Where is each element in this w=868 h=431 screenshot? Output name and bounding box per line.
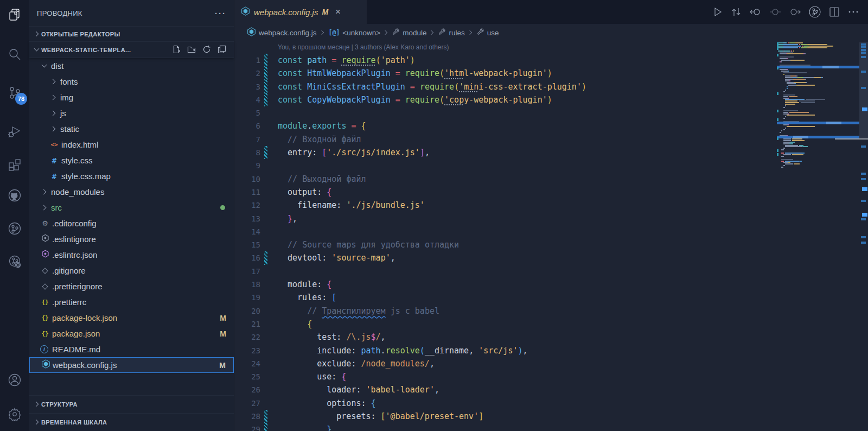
code-line[interactable]: 14	[234, 225, 777, 238]
workspace-section[interactable]: WEBPACK-STATIC-TEMPLA...	[29, 41, 234, 58]
code-line[interactable]: 18module: {	[234, 278, 777, 291]
search-icon[interactable]	[0, 41, 29, 67]
line-number: 26	[234, 383, 260, 396]
new-file-icon[interactable]	[172, 45, 181, 55]
code-line[interactable]: 25use: {	[234, 370, 777, 383]
code-line[interactable]: 15// Source maps для удобства отладки	[234, 238, 777, 251]
code-line[interactable]: 29}	[234, 423, 777, 431]
gutter-modified-indicator	[260, 251, 278, 264]
tree-item--eslintrc-json[interactable]: .eslintrc.json	[29, 247, 234, 263]
timeline-section[interactable]: ВРЕМЕННАЯ ШКАЛА	[29, 413, 234, 431]
change-icon[interactable]	[769, 6, 781, 18]
tree-item-node-modules[interactable]: node_modules	[29, 184, 234, 200]
more-actions-icon[interactable]	[847, 6, 859, 18]
code-line[interactable]: 23include: path.resolve(__dirname, 'src/…	[234, 344, 777, 357]
tree-item--prettierignore[interactable]: .prettierignore	[29, 278, 234, 294]
collapse-all-icon[interactable]	[218, 45, 226, 55]
open-editors-section[interactable]: ОТКРЫТЫЕ РЕДАКТОРЫ	[29, 26, 234, 41]
tree-item-package-json[interactable]: {}package.jsonM	[29, 326, 234, 341]
tab-webpack-config[interactable]: webpack.config.js M ×	[234, 0, 367, 24]
tree-item-style-css[interactable]: #style.css	[29, 153, 234, 168]
tree-item-js[interactable]: js	[29, 105, 234, 121]
code-line[interactable]: 3const MiniCssExtractPlugin = require('m…	[234, 80, 777, 93]
vscode-window: 78 ПРОВОДНИК ··· ОТКРЫТЫЕ РЕДАКТОРЫ WEBP…	[0, 0, 868, 431]
tree-item--eslintignore[interactable]: .eslintignore	[29, 231, 234, 247]
refresh-icon[interactable]	[202, 45, 211, 55]
breadcrumb-item[interactable]: module	[392, 28, 426, 37]
new-folder-icon[interactable]	[187, 45, 196, 55]
tree-item-label: static	[60, 124, 79, 134]
code-line[interactable]: 6module.exports = {	[234, 119, 777, 132]
settings-gear-icon[interactable]	[0, 401, 29, 427]
files-icon[interactable]	[0, 2, 29, 28]
ruler-change-mark	[861, 43, 866, 46]
source-control-icon[interactable]: 78	[0, 80, 29, 106]
code-line[interactable]: 1const path = require('path')	[234, 54, 777, 67]
close-icon[interactable]: ×	[335, 7, 341, 17]
next-change-icon[interactable]	[788, 6, 801, 18]
code-line[interactable]: 16devtool: 'source-map',	[234, 251, 777, 264]
code-line[interactable]: 10// Выходной файл	[234, 173, 777, 186]
tree-item-package-lock-json[interactable]: {}package-lock.jsonM	[29, 310, 234, 326]
tree-item-index-html[interactable]: <>index.html	[29, 137, 234, 153]
code-line[interactable]: 4const CopyWebpackPlugin = require('copy…	[234, 93, 777, 106]
tree-item-static[interactable]: static	[29, 121, 234, 137]
code-line[interactable]: 11output: {	[234, 186, 777, 199]
tree-item-dist[interactable]: dist	[29, 58, 234, 74]
tree-item-src[interactable]: src	[29, 200, 234, 216]
github-icon[interactable]	[0, 182, 29, 208]
ruler-change-mark	[861, 46, 866, 48]
code-line[interactable]: 8entry: ['./src/js/index.js'],	[234, 146, 777, 159]
ignore-file-icon	[42, 268, 48, 274]
code-line[interactable]: 7// Входной файл	[234, 133, 777, 146]
extensions-icon[interactable]	[0, 151, 29, 178]
code-line-text: exclude: /node_modules/,	[278, 357, 777, 370]
breadcrumb-label: <unknown>	[342, 29, 380, 37]
scrollbar-overview-ruler[interactable]	[859, 24, 868, 431]
breadcrumb-item[interactable]: webpack.config.js	[247, 27, 317, 38]
outline-section[interactable]: СТРУКТУРА	[29, 395, 234, 413]
codelens-blame[interactable]: You, в прошлом месяце | 3 authors (Alex …	[234, 41, 777, 54]
code-area[interactable]: You, в прошлом месяце | 3 authors (Alex …	[234, 41, 777, 431]
line-number: 3	[234, 80, 260, 93]
code-line[interactable]: 21{	[234, 318, 777, 331]
tree-item--gitignore[interactable]: .gitignore	[29, 263, 234, 278]
sidebar-more-actions-icon[interactable]: ···	[215, 9, 226, 18]
tree-item-style-css-map[interactable]: #style.css.map	[29, 168, 234, 184]
code-line[interactable]: 12filename: './js/bundle.js'	[234, 199, 777, 212]
code-line[interactable]: 5	[234, 106, 777, 119]
split-editor-icon[interactable]	[828, 6, 840, 18]
code-line[interactable]: 20// Транспилируем js с babel	[234, 305, 777, 318]
code-line[interactable]: 13},	[234, 212, 777, 225]
breadcrumb-item[interactable]: [@]<unknown>	[329, 29, 381, 37]
tree-item-webpack-config-js[interactable]: webpack.config.jsM	[29, 357, 234, 373]
run-icon[interactable]	[711, 6, 723, 18]
breadcrumb-item[interactable]: rules	[438, 28, 464, 37]
git-compare-icon[interactable]	[730, 6, 742, 18]
previous-change-icon[interactable]	[749, 6, 762, 18]
code-line[interactable]: 19rules: [	[234, 291, 777, 304]
tree-item-fonts[interactable]: fonts	[29, 74, 234, 90]
breadcrumb-item[interactable]: use	[477, 28, 499, 37]
tree-item--prettierrc[interactable]: {}.prettierrc	[29, 294, 234, 310]
code-line[interactable]: 9	[234, 159, 777, 172]
code-line[interactable]: 26loader: 'babel-loader',	[234, 383, 777, 396]
tree-item-readme-md[interactable]: iREADME.md	[29, 341, 234, 357]
minimap[interactable]	[777, 41, 859, 431]
breadcrumb: webpack.config.js[@]<unknown>modulerules…	[234, 24, 868, 41]
code-line[interactable]: 28presets: ['@babel/preset-env']	[234, 410, 777, 423]
tree-item-label: style.css	[61, 156, 93, 165]
tree-item--editorconfig[interactable]: ⚙.editorconfig	[29, 216, 234, 231]
code-line[interactable]: 22test: /\.js$/,	[234, 331, 777, 344]
account-icon[interactable]	[0, 367, 29, 393]
code-line[interactable]: 24exclude: /node_modules/,	[234, 357, 777, 370]
tree-item-img[interactable]: img	[29, 90, 234, 105]
code-line[interactable]: 2const HtmlWebpackPlugin = require('html…	[234, 67, 777, 80]
code-line[interactable]: 17	[234, 265, 777, 278]
run-debug-icon[interactable]	[0, 118, 29, 144]
code-line[interactable]: 27options: {	[234, 397, 777, 410]
code-line-text: loader: 'babel-loader',	[278, 383, 777, 396]
history-icon[interactable]	[808, 5, 821, 18]
gitlens-icon[interactable]	[0, 249, 29, 275]
git-graph-icon[interactable]	[0, 216, 29, 242]
